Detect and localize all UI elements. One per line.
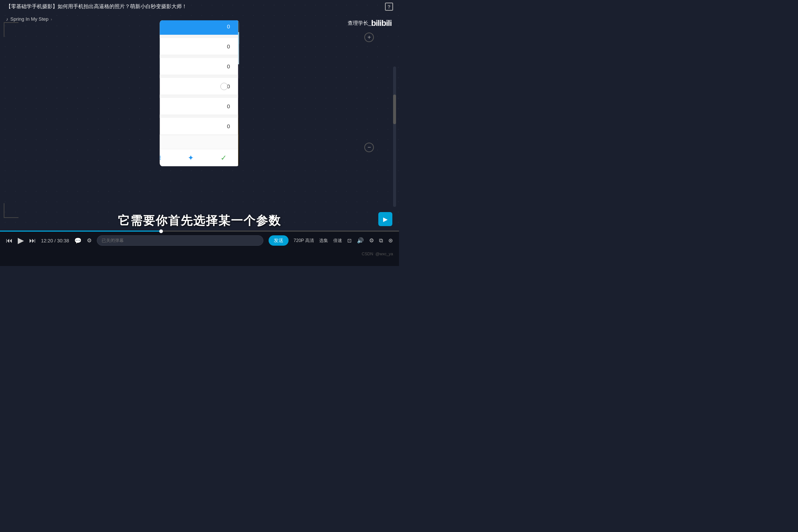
broadcast-icon[interactable]: ⊛ — [388, 237, 393, 244]
video-container: 对比度 0 ⊟ ︿ 亮度 0 对比度 0 饱和度 0 氛围 0 高光 0 — [160, 20, 239, 166]
playlist-label[interactable]: 选集 — [319, 238, 328, 244]
panel-overlay: ︿ 亮度 0 对比度 0 饱和度 0 氛围 0 高光 0 阴影 0 — [160, 20, 238, 166]
right-controls: 查理学长_ bilibili + − — [347, 18, 392, 152]
magic-button[interactable]: ✦ — [188, 153, 194, 162]
bracket-top-left — [4, 22, 18, 37]
help-button[interactable]: ? — [385, 3, 393, 11]
progress-dot[interactable] — [159, 229, 163, 233]
music-chevron-icon: › — [51, 17, 52, 21]
player-bar: ⏮ ▶ ⏭ 12:20 / 30:38 💬 ⚙ 发送 720P 高清 选集 倍速… — [0, 231, 399, 266]
contrast-value: 0 — [227, 23, 230, 30]
panel-action-bar: ✕ ≡ ✦ ✓ — [160, 149, 238, 166]
panel-row-contrast[interactable]: 对比度 0 — [160, 20, 238, 35]
fullscreen-icon[interactable]: ⊡ — [347, 238, 352, 243]
saturation-value: 0 — [227, 43, 230, 50]
panel-row-highlight[interactable]: 高光 0 — [160, 78, 238, 95]
filter-button[interactable]: ≡ — [160, 153, 161, 163]
csdn-label: CSDN — [362, 252, 373, 256]
prev-button[interactable]: ⏮ — [6, 237, 13, 245]
danmaku-input[interactable] — [97, 235, 263, 246]
warmth-value: 0 — [227, 123, 230, 129]
play-button[interactable]: ▶ — [18, 236, 24, 245]
confirm-button[interactable]: ✓ — [221, 153, 227, 162]
panel-divider3 — [160, 75, 238, 78]
bilibili-logo-row: 查理学长_ bilibili — [347, 18, 392, 28]
music-icon: ♪ — [6, 17, 8, 22]
user-label: @wxc_ya — [375, 252, 393, 256]
quality-label[interactable]: 720P 高清 — [294, 238, 314, 244]
bilibili-logo: bilibili — [371, 18, 392, 28]
panel-row-atmosphere[interactable]: 氛围 0 — [160, 58, 238, 75]
speed-label[interactable]: 倍速 — [333, 238, 342, 244]
next-button[interactable]: ⏭ — [29, 237, 36, 245]
zoom-in-button[interactable]: + — [364, 33, 374, 42]
panel-divider2 — [160, 55, 238, 58]
volume-icon[interactable]: 🔊 — [357, 237, 364, 244]
danmaku-settings-icon[interactable]: ⚙ — [87, 237, 92, 244]
panel-divider — [160, 35, 238, 38]
zoom-out-button[interactable]: − — [364, 143, 374, 152]
branding-row: CSDN @wxc_ya — [0, 249, 399, 258]
title-bar: 【零基础学手机摄影】如何用手机拍出高逼格的照片？萌新小白秒变摄影大师！ ? — [0, 0, 399, 13]
scrollbar-thumb[interactable] — [393, 95, 396, 124]
controls-row: ⏮ ▶ ⏭ 12:20 / 30:38 💬 ⚙ 发送 720P 高清 选集 倍速… — [0, 232, 399, 249]
right-icon-row: ⊡ 🔊 ⚙ ⧉ ⊛ — [347, 237, 393, 244]
music-title: Spring In My Step — [10, 16, 48, 22]
progress-bar-fill — [0, 231, 161, 232]
subtitle-text: 它需要你首先选择某一个参数 — [118, 214, 281, 227]
gear-icon[interactable]: ⚙ — [369, 237, 374, 244]
highlight-circle — [221, 83, 228, 90]
send-button[interactable]: 发送 — [269, 235, 289, 246]
panel-row-shadow[interactable]: 阴影 0 — [160, 98, 238, 115]
bilibili-user-label: 查理学长_ — [348, 20, 371, 27]
time-display: 12:20 / 30:38 — [41, 238, 69, 243]
panel-footer-bar: ▐▌ — [160, 135, 238, 149]
progress-bar-track[interactable] — [0, 231, 399, 232]
shadow-value: 0 — [227, 103, 230, 109]
subtitle-bar: 它需要你首先选择某一个参数 — [0, 213, 399, 229]
panel-divider5 — [160, 115, 238, 118]
atmosphere-value: 0 — [227, 63, 230, 69]
panel-row-warmth[interactable]: 暖色调 0 — [160, 118, 238, 135]
panel-row-saturation[interactable]: 饱和度 0 — [160, 38, 238, 55]
music-bar[interactable]: ♪ Spring In My Step › — [6, 16, 52, 22]
page-title: 【零基础学手机摄影】如何用手机拍出高逼格的照片？萌新小白秒变摄影大师！ — [6, 3, 385, 10]
panel-divider4 — [160, 95, 238, 98]
danmaku-icon[interactable]: 💬 — [74, 237, 82, 244]
scrollbar-track[interactable] — [393, 66, 396, 207]
pip-icon[interactable]: ⧉ — [379, 237, 383, 244]
